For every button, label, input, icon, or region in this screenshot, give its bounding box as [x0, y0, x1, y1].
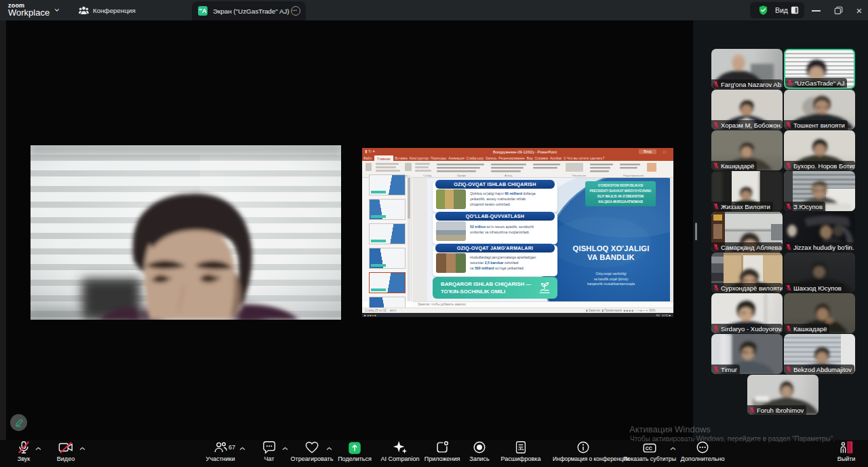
- svg-text:Редактирование: Редактирование: [623, 174, 644, 177]
- svg-text:Слайд: Слайд: [423, 174, 432, 177]
- svg-text:Рисование: Рисование: [572, 174, 587, 177]
- svg-text:Шрифт: Шрифт: [457, 174, 466, 177]
- svg-text:CC: CC: [646, 446, 652, 451]
- svg-text:Абзац: Абзац: [505, 174, 513, 177]
